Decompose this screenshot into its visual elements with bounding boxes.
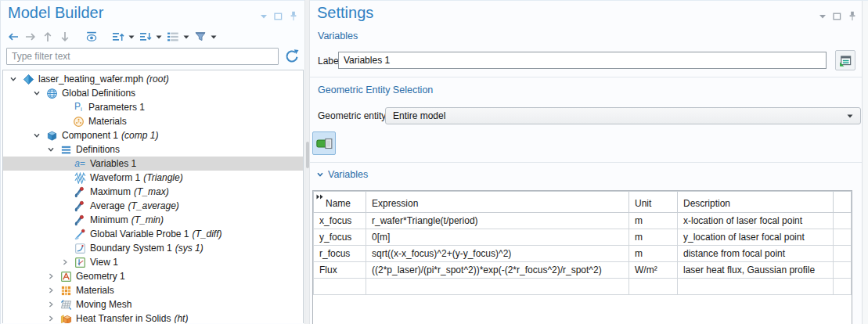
filter-icon[interactable] xyxy=(194,31,207,43)
view-icon xyxy=(74,256,86,268)
tree-item-global-variable-probe-1[interactable]: Global Variable Probe 1 (T_diff) xyxy=(3,227,303,241)
cell-extra[interactable] xyxy=(834,262,852,279)
model-builder-panel: Model Builder xyxy=(0,0,304,324)
chevron-expanded-icon[interactable] xyxy=(33,131,42,139)
float-icon[interactable] xyxy=(274,13,283,20)
cell-extra[interactable] xyxy=(834,229,852,246)
collapse-chevron-icon[interactable] xyxy=(819,14,827,19)
cell-extra[interactable] xyxy=(834,213,852,229)
pin-icon[interactable] xyxy=(289,11,298,21)
scrollbar-track[interactable] xyxy=(862,1,868,324)
table-row: x_focus r_wafer*Triangle(t/period) m x-l… xyxy=(314,213,852,229)
cell-description[interactable]: y_location of laser focal point xyxy=(678,229,834,246)
cell-description[interactable] xyxy=(678,279,834,295)
section-chevron-icon[interactable] xyxy=(316,171,324,178)
tree-item-global-definitions[interactable]: Global Definitions xyxy=(3,86,303,100)
cell-name[interactable]: Flux xyxy=(314,262,366,279)
cell-description[interactable]: x-location of laser focal point xyxy=(678,213,834,229)
dropdown-caret-icon[interactable] xyxy=(128,35,135,39)
table-row: r_focus sqrt((x-x_focus)^2+(y-y_focus)^2… xyxy=(314,246,852,262)
chevron-collapsed-icon[interactable] xyxy=(47,272,56,280)
tree-item-heat-transfer-in-solids[interactable]: Heat Transfer in Solids (ht) xyxy=(3,311,303,323)
tree-item-parameters-1[interactable]: Parameters 1 xyxy=(3,100,303,114)
tree-item-view-1[interactable]: View 1 xyxy=(3,255,303,269)
cell-unit[interactable]: W/m² xyxy=(629,262,678,279)
forward-icon[interactable] xyxy=(24,31,37,43)
cell-name[interactable] xyxy=(314,279,366,295)
expand-move-down-icon[interactable] xyxy=(139,31,152,43)
show-in-model-tree-button[interactable] xyxy=(835,50,855,70)
cell-unit[interactable]: m xyxy=(629,213,678,229)
comsol-window: Model Builder xyxy=(0,0,868,324)
chevron-expanded-icon[interactable] xyxy=(33,89,42,97)
materials-grid-icon xyxy=(59,284,72,297)
chevron-collapsed-icon[interactable] xyxy=(47,286,56,294)
filter-input[interactable] xyxy=(6,48,279,65)
move-down-icon[interactable] xyxy=(59,31,71,43)
expand-move-up-icon[interactable] xyxy=(112,31,124,43)
variables-a-icon xyxy=(74,157,86,170)
active-selection-toggle-button[interactable] xyxy=(312,131,336,155)
tree-item-variables-1[interactable]: Variables 1 xyxy=(3,157,303,171)
cell-description[interactable]: distance from focal point xyxy=(678,246,834,262)
cell-extra[interactable] xyxy=(834,246,852,262)
cell-expression[interactable]: sqrt((x-x_focus)^2+(y-y_focus)^2) xyxy=(366,246,629,262)
cell-name[interactable]: r_focus xyxy=(314,246,366,262)
tree-item-definitions[interactable]: Definitions xyxy=(3,142,303,157)
tree-item-waveform-1[interactable]: Waveform 1 (Triangle) xyxy=(3,171,303,185)
tree-item-materials-component[interactable]: Materials xyxy=(3,283,303,297)
model-builder-window-controls xyxy=(260,11,298,21)
tree-item-moving-mesh[interactable]: Moving Mesh xyxy=(3,297,303,311)
tree-item-maximum[interactable]: Maximum (T_max) xyxy=(3,185,303,199)
show-icon[interactable] xyxy=(85,31,98,43)
cell-expression[interactable]: r_wafer*Triangle(t/period) xyxy=(366,213,629,229)
collapse-all-icon[interactable] xyxy=(167,31,179,43)
table-row: y_focus 0[m] m y_location of laser focal… xyxy=(314,229,852,246)
heat-transfer-icon xyxy=(59,312,72,323)
chevron-expanded-icon[interactable] xyxy=(9,75,19,83)
dropdown-caret-icon[interactable] xyxy=(211,35,217,39)
cell-name[interactable]: y_focus xyxy=(314,229,366,246)
tree-item-root[interactable]: laser_heating_wafer.mph (root) xyxy=(3,72,303,86)
dropdown-caret-icon[interactable] xyxy=(156,35,162,39)
label-input[interactable] xyxy=(338,52,827,69)
refresh-icon[interactable] xyxy=(284,49,300,64)
move-up-icon[interactable] xyxy=(41,31,54,43)
tree-item-minimum[interactable]: Minimum (T_min) xyxy=(3,213,303,227)
table-row: Flux ((2*p_laser)/(pi*r_spot^2))*exp(-(2… xyxy=(314,262,852,279)
cell-name[interactable]: x_focus xyxy=(314,213,366,229)
chevron-collapsed-icon[interactable] xyxy=(47,315,56,322)
cell-unit[interactable]: m xyxy=(629,246,678,262)
geometric-entity-level-value: Entire model xyxy=(393,110,445,121)
back-icon[interactable] xyxy=(7,31,20,43)
tree-item-component-1[interactable]: Component 1 (comp 1) xyxy=(3,128,303,142)
section-variables-title: Variables xyxy=(328,169,368,180)
cell-expression[interactable] xyxy=(366,279,629,295)
column-header-extra xyxy=(834,192,852,213)
float-icon[interactable] xyxy=(833,13,841,20)
cell-unit[interactable]: m xyxy=(629,229,678,246)
panel-splitter[interactable] xyxy=(304,0,310,324)
chevron-collapsed-icon[interactable] xyxy=(47,301,56,308)
tree-item-average[interactable]: Average (T_average) xyxy=(3,199,303,213)
geometric-entity-level-dropdown[interactable]: Entire model xyxy=(385,107,861,124)
cell-unit[interactable] xyxy=(629,279,678,295)
tree-item-materials-global[interactable]: Materials xyxy=(3,114,303,128)
cell-expression[interactable]: ((2*p_laser)/(pi*r_spot^2))*exp(-(2*r_fo… xyxy=(366,262,629,279)
chevron-expanded-icon[interactable] xyxy=(47,146,56,153)
chevron-collapsed-icon[interactable] xyxy=(61,258,70,266)
move-columns-icon xyxy=(316,194,324,200)
dropdown-caret-icon[interactable] xyxy=(183,35,189,39)
geometry-icon xyxy=(59,270,72,283)
cell-extra[interactable] xyxy=(834,279,852,295)
model-tree: laser_heating_wafer.mph (root) Global De… xyxy=(2,70,304,323)
pin-icon[interactable] xyxy=(848,11,857,21)
cell-description[interactable]: laser heat flux, Gaussian profile xyxy=(678,262,834,279)
tree-item-boundary-system-1[interactable]: Boundary System 1 (sys 1) xyxy=(3,241,303,255)
splitter-grip[interactable] xyxy=(306,142,309,168)
section-variables-header[interactable]: Variables xyxy=(316,169,368,180)
collapse-chevron-icon[interactable] xyxy=(260,14,268,19)
settings-window-controls xyxy=(819,11,857,21)
tree-item-geometry-1[interactable]: Geometry 1 xyxy=(3,269,303,283)
cell-expression[interactable]: 0[m] xyxy=(366,229,629,246)
